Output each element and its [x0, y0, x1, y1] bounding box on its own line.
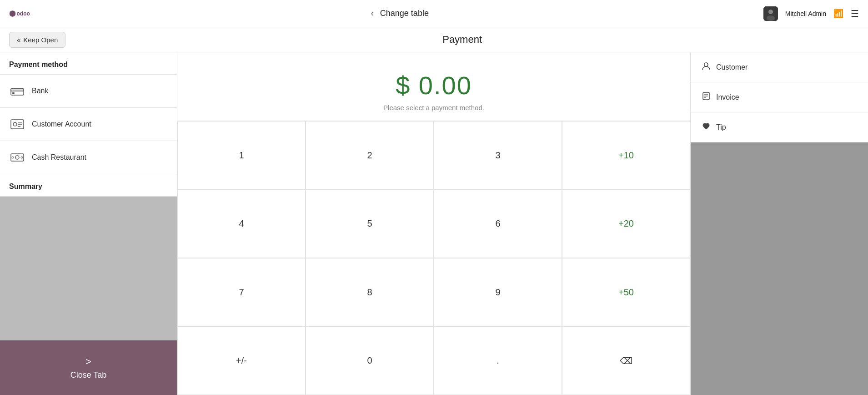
- summary-content: [0, 197, 177, 340]
- numpad-btn-4[interactable]: 4: [177, 190, 306, 258]
- customer-label: Customer: [716, 63, 748, 71]
- left-panel: Payment method Bank: [0, 52, 177, 395]
- svg-rect-6: [11, 89, 24, 91]
- numpad-btn-plus20[interactable]: +20: [562, 190, 690, 258]
- odoo-logo: odoo: [9, 7, 36, 20]
- close-tab-label: Close Tab: [70, 370, 107, 380]
- numpad-btn-0[interactable]: 0: [306, 327, 434, 395]
- cash-restaurant-icon: [9, 149, 25, 166]
- numpad-btn-7[interactable]: 7: [177, 258, 306, 327]
- svg-point-3: [768, 10, 773, 14]
- svg-rect-8: [11, 120, 24, 129]
- second-row: « Keep Open Payment: [0, 27, 868, 52]
- svg-point-14: [15, 156, 19, 159]
- svg-rect-7: [12, 92, 15, 94]
- center-panel: $ 0.00 Please select a payment method. 1…: [177, 52, 691, 395]
- svg-point-4: [767, 15, 775, 21]
- svg-point-0: [10, 10, 16, 17]
- person-icon: [702, 61, 711, 73]
- right-item-invoice[interactable]: Invoice: [691, 82, 868, 112]
- close-tab-button[interactable]: > Close Tab: [0, 340, 177, 395]
- right-item-tip[interactable]: Tip: [691, 112, 868, 142]
- numpad-btn-5[interactable]: 5: [306, 190, 434, 258]
- close-tab-arrow-icon: >: [85, 356, 91, 368]
- numpad-btn-3[interactable]: 3: [434, 121, 562, 190]
- invoice-icon: [702, 91, 711, 103]
- summary-title: Summary: [0, 174, 177, 197]
- svg-rect-13: [11, 154, 24, 161]
- hamburger-menu-icon[interactable]: ☰: [851, 8, 859, 19]
- keep-open-button[interactable]: « Keep Open: [9, 32, 65, 48]
- numpad-btn-plus10[interactable]: +10: [562, 121, 690, 190]
- back-arrow-icon[interactable]: ‹: [371, 9, 374, 18]
- right-panel: Customer Invoice Tip: [691, 52, 868, 395]
- topbar: odoo ‹ Change table Mitchell Admin 📶 ☰: [0, 0, 868, 27]
- change-table-label: Change table: [380, 9, 429, 18]
- topbar-left: odoo: [9, 7, 36, 20]
- numpad-btn-backspace[interactable]: ⌫: [562, 327, 690, 395]
- svg-text:odoo: odoo: [17, 10, 30, 16]
- bank-label: Bank: [32, 87, 48, 95]
- bank-icon: [9, 83, 25, 99]
- svg-point-9: [13, 122, 17, 126]
- numpad: 1 2 3 +10 4 5 6 +20 7 8 9 +50 +/- 0 . ⌫: [177, 121, 690, 395]
- invoice-label: Invoice: [716, 93, 739, 101]
- payment-method-customer-account[interactable]: Customer Account: [0, 108, 177, 141]
- topbar-right: Mitchell Admin 📶 ☰: [763, 6, 859, 21]
- user-name: Mitchell Admin: [785, 10, 826, 17]
- payment-method-title: Payment method: [0, 52, 177, 75]
- heart-icon: [702, 122, 711, 133]
- numpad-btn-9[interactable]: 9: [434, 258, 562, 327]
- keep-open-label: Keep Open: [23, 36, 58, 44]
- numpad-btn-plus50[interactable]: +50: [562, 258, 690, 327]
- svg-point-15: [12, 157, 14, 158]
- svg-point-16: [21, 157, 23, 158]
- customer-account-icon: [9, 116, 25, 132]
- topbar-center: ‹ Change table: [371, 9, 429, 18]
- keep-open-icon: «: [17, 36, 20, 44]
- numpad-btn-dot[interactable]: .: [434, 327, 562, 395]
- main-layout: Payment method Bank: [0, 52, 868, 395]
- wifi-icon: 📶: [833, 9, 843, 19]
- payment-method-bank[interactable]: Bank: [0, 75, 177, 108]
- payment-title: Payment: [65, 34, 859, 46]
- payment-method-cash-restaurant[interactable]: Cash Restaurant: [0, 141, 177, 174]
- customer-account-label: Customer Account: [32, 120, 91, 128]
- cash-restaurant-label: Cash Restaurant: [32, 153, 86, 162]
- numpad-btn-6[interactable]: 6: [434, 190, 562, 258]
- numpad-btn-8[interactable]: 8: [306, 258, 434, 327]
- right-gray-area: [691, 142, 868, 395]
- svg-point-17: [704, 63, 708, 66]
- numpad-btn-1[interactable]: 1: [177, 121, 306, 190]
- amount-hint: Please select a payment method.: [383, 104, 484, 111]
- user-avatar: [763, 6, 778, 21]
- tip-label: Tip: [716, 123, 726, 132]
- numpad-btn-plusminus[interactable]: +/-: [177, 327, 306, 395]
- numpad-btn-2[interactable]: 2: [306, 121, 434, 190]
- right-item-customer[interactable]: Customer: [691, 52, 868, 82]
- amount-value: $ 0.00: [396, 71, 472, 100]
- amount-display: $ 0.00 Please select a payment method.: [177, 52, 690, 121]
